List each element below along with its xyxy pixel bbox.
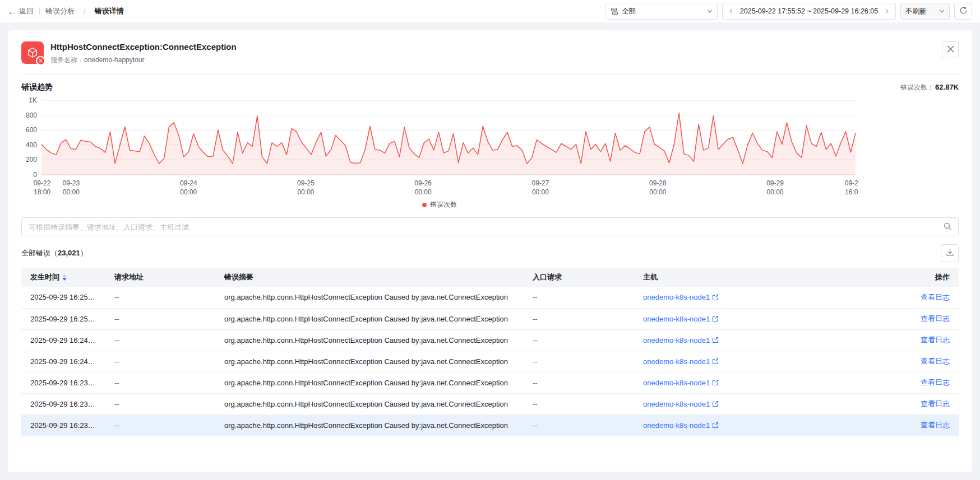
breadcrumb-error-detail: 错误详情 xyxy=(95,6,124,16)
view-log-link[interactable]: 查看日志 xyxy=(921,357,950,365)
cell-url: -- xyxy=(105,372,215,393)
host-link[interactable]: onedemo-k8s-node1 xyxy=(643,315,719,323)
svg-text:09-24: 09-24 xyxy=(180,179,197,187)
back-label: 返回 xyxy=(19,6,34,16)
table-row[interactable]: 2025-09-29 16:24:25--org.apache.http.con… xyxy=(21,351,959,372)
svg-text:09-28: 09-28 xyxy=(649,179,667,187)
cell-url: -- xyxy=(105,393,215,414)
cell-summary: org.apache.http.conn.HttpHostConnectExce… xyxy=(215,372,524,393)
column-header-time[interactable]: 发生时间 xyxy=(21,268,105,287)
cell-time: 2025-09-29 16:24:25 xyxy=(21,351,105,372)
svg-text:600: 600 xyxy=(26,126,37,134)
cell-entry: -- xyxy=(524,414,634,436)
view-log-link[interactable]: 查看日志 xyxy=(921,293,950,301)
external-link-icon xyxy=(712,358,719,365)
column-header-entry: 入口请求 xyxy=(524,268,634,287)
column-header-url: 请求地址 xyxy=(105,268,215,287)
error-title: HttpHostConnectException:ConnectExceptio… xyxy=(50,41,942,53)
view-log-link[interactable]: 查看日志 xyxy=(921,314,950,323)
cell-summary: org.apache.http.conn.HttpHostConnectExce… xyxy=(215,414,524,436)
host-link[interactable]: onedemo-k8s-node1 xyxy=(643,400,719,408)
view-log-link[interactable]: 查看日志 xyxy=(921,399,950,408)
filter-search-input[interactable] xyxy=(21,217,959,236)
close-icon xyxy=(947,45,954,55)
breadcrumb-error-analysis[interactable]: 错误分析 xyxy=(45,6,75,16)
table-row[interactable]: 2025-09-29 16:25:30--org.apache.http.con… xyxy=(21,308,959,329)
cell-action: 查看日志 xyxy=(848,393,959,414)
cell-action: 查看日志 xyxy=(848,414,959,436)
sort-icon[interactable] xyxy=(62,274,67,281)
chevron-left-icon[interactable] xyxy=(727,8,735,14)
refresh-icon xyxy=(959,6,968,16)
error-detail-card: HttpHostConnectException:ConnectExceptio… xyxy=(8,30,972,472)
error-count-value: 62.87K xyxy=(935,83,959,91)
column-header-summary: 错误摘要 xyxy=(215,268,524,287)
external-link-icon xyxy=(712,422,719,428)
cell-host: onedemo-k8s-node1 xyxy=(634,287,848,308)
table-row[interactable]: 2025-09-29 16:23:15--org.apache.http.con… xyxy=(21,414,959,436)
cell-summary: org.apache.http.conn.HttpHostConnectExce… xyxy=(215,287,524,308)
back-button[interactable]: ← 返回 xyxy=(8,6,34,16)
error-trend-chart[interactable]: 02004006008001K09-2218:0009-2300:0009-24… xyxy=(8,95,972,209)
table-row[interactable]: 2025-09-29 16:25:50--org.apache.http.con… xyxy=(21,287,959,308)
cell-action: 查看日志 xyxy=(848,308,959,329)
table-row[interactable]: 2025-09-29 16:23:55--org.apache.http.con… xyxy=(21,372,959,393)
legend-label: 错误次数 xyxy=(430,200,457,209)
table-row[interactable]: 2025-09-29 16:24:55--org.apache.http.con… xyxy=(21,329,959,351)
close-button[interactable] xyxy=(942,41,959,58)
svg-text:09-26: 09-26 xyxy=(414,179,432,187)
time-range-value: 2025-09-22 17:55:52 ~ 2025-09-29 16:26:0… xyxy=(740,7,878,15)
host-link[interactable]: onedemo-k8s-node1 xyxy=(643,379,719,387)
all-errors-title: 全部错误（23,021） xyxy=(21,248,87,258)
cell-time: 2025-09-29 16:25:50 xyxy=(21,287,105,308)
svg-text:00:00: 00:00 xyxy=(180,188,197,196)
host-link[interactable]: onedemo-k8s-node1 xyxy=(643,421,719,430)
cell-entry: -- xyxy=(524,351,634,372)
scope-select[interactable]: 全部 xyxy=(605,3,718,20)
topbar: ← 返回 错误分析 / 错误详情 全部 2025-09-22 17:55:52 xyxy=(0,0,980,22)
svg-text:00:00: 00:00 xyxy=(415,188,432,196)
scope-icon xyxy=(611,7,618,15)
cell-host: onedemo-k8s-node1 xyxy=(634,372,848,393)
host-link[interactable]: onedemo-k8s-node1 xyxy=(643,293,719,301)
time-range-picker[interactable]: 2025-09-22 17:55:52 ~ 2025-09-29 16:26:0… xyxy=(722,3,896,20)
refresh-mode-select[interactable]: 不刷新 xyxy=(900,3,950,20)
error-count-stat: 错误次数：62.87K xyxy=(900,83,959,92)
external-link-icon xyxy=(712,294,719,301)
view-log-link[interactable]: 查看日志 xyxy=(921,335,950,344)
error-badge-icon xyxy=(36,56,45,66)
host-link[interactable]: onedemo-k8s-node1 xyxy=(643,336,719,344)
error-service-icon xyxy=(21,41,44,64)
cell-action: 查看日志 xyxy=(848,372,959,393)
cell-url: -- xyxy=(105,329,215,351)
trend-section-title: 错误趋势 xyxy=(21,82,53,92)
download-icon xyxy=(946,248,954,259)
search-icon[interactable] xyxy=(943,222,952,233)
cell-summary: org.apache.http.conn.HttpHostConnectExce… xyxy=(215,329,524,351)
service-name-label: 服务名称： xyxy=(50,56,84,64)
cell-url: -- xyxy=(105,287,215,308)
host-link[interactable]: onedemo-k8s-node1 xyxy=(643,357,719,366)
service-name-value: onedemo-happytour xyxy=(84,56,144,64)
cell-summary: org.apache.http.conn.HttpHostConnectExce… xyxy=(215,393,524,414)
refresh-button[interactable] xyxy=(954,3,972,20)
breadcrumb-separator: / xyxy=(84,7,86,16)
cell-host: onedemo-k8s-node1 xyxy=(634,351,848,372)
cell-entry: -- xyxy=(524,308,634,329)
svg-text:16:00: 16:00 xyxy=(845,188,858,196)
chevron-right-icon[interactable] xyxy=(883,8,891,14)
trend-chart-svg: 02004006008001K09-2218:0009-2300:0009-24… xyxy=(21,96,858,197)
table-row[interactable]: 2025-09-29 16:23:15--org.apache.http.con… xyxy=(21,393,959,414)
cell-time: 2025-09-29 16:24:55 xyxy=(21,329,105,351)
chart-legend[interactable]: 错误次数 xyxy=(21,200,858,209)
svg-text:18:00: 18:00 xyxy=(34,188,50,196)
cell-host: onedemo-k8s-node1 xyxy=(634,414,848,436)
errors-table: 发生时间 请求地址 错误摘要 入口请求 主机 操作 2025-09-29 16:… xyxy=(21,268,959,436)
cell-time: 2025-09-29 16:23:55 xyxy=(21,372,105,393)
svg-text:1K: 1K xyxy=(29,96,37,104)
download-button[interactable] xyxy=(941,244,959,262)
cell-time: 2025-09-29 16:25:30 xyxy=(21,308,105,329)
view-log-link[interactable]: 查看日志 xyxy=(921,421,950,429)
svg-text:00:00: 00:00 xyxy=(767,188,784,196)
view-log-link[interactable]: 查看日志 xyxy=(921,378,950,386)
